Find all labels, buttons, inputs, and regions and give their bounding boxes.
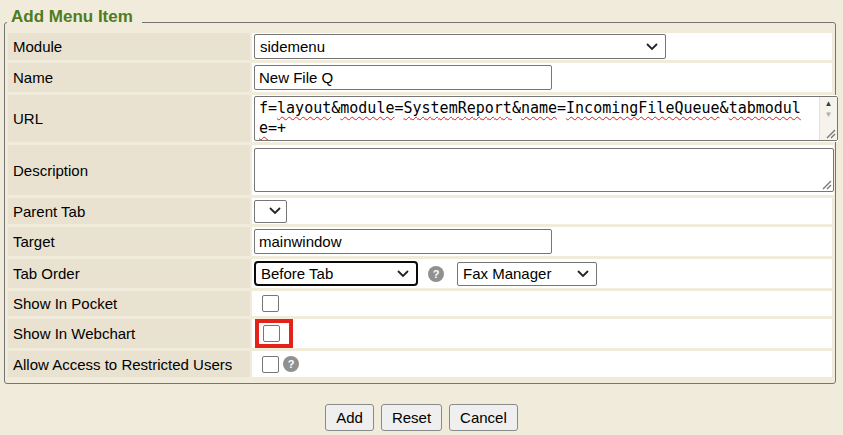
chevron-down-icon (397, 270, 409, 278)
target-input[interactable] (254, 229, 552, 254)
form-row-show-in-webchart: Show In Webchart (8, 319, 832, 348)
form-row-allow-access: Allow Access to Restricted Users ? (8, 351, 832, 377)
url-label: URL (8, 95, 250, 142)
name-label: Name (8, 63, 250, 92)
description-label: Description (8, 145, 250, 195)
resize-grip-icon[interactable] (821, 179, 832, 190)
form-row-show-in-pocket: Show In Pocket (8, 291, 832, 316)
url-input-text: f=layout&module=SystemReport&name=Incomi… (259, 98, 807, 138)
help-icon[interactable]: ? (283, 356, 299, 372)
help-icon[interactable]: ? (428, 266, 444, 282)
tab-order-select[interactable]: Before Tab (254, 261, 418, 286)
form-actions: Add Reset Cancel (0, 404, 843, 431)
name-input[interactable] (254, 65, 552, 90)
form-row-name: Name (8, 63, 832, 92)
show-in-webchart-checkbox[interactable] (263, 325, 280, 342)
show-in-webchart-label: Show In Webchart (8, 319, 250, 348)
add-menu-item-form: Add Menu Item Module sidemenu Name URL f… (4, 22, 836, 384)
module-select-value: sidemenu (260, 38, 325, 55)
cancel-button[interactable]: Cancel (449, 404, 518, 431)
tab-order-reference-select[interactable]: Fax Manager (457, 262, 597, 286)
module-select[interactable]: sidemenu (254, 34, 666, 59)
form-row-description: Description (8, 145, 832, 195)
description-input[interactable] (254, 148, 834, 192)
url-input[interactable]: f=layout&module=SystemReport&name=Incomi… (254, 96, 838, 141)
form-rows: Module sidemenu Name URL f=layout&module… (8, 33, 832, 377)
add-button[interactable]: Add (325, 404, 374, 431)
show-in-pocket-label: Show In Pocket (8, 291, 250, 316)
tab-order-label: Tab Order (8, 259, 250, 288)
allow-access-checkbox[interactable] (262, 356, 279, 373)
parent-tab-label: Parent Tab (8, 198, 250, 224)
form-title: Add Menu Item (7, 6, 142, 28)
scroll-up-icon[interactable]: ▲ (820, 98, 837, 109)
tab-order-reference-value: Fax Manager (463, 265, 551, 282)
chevron-down-icon (646, 43, 658, 51)
annotation-highlight-box (255, 319, 293, 348)
allow-access-label: Allow Access to Restricted Users (8, 351, 250, 377)
scroll-down-icon[interactable]: ▼ (820, 109, 837, 120)
tab-order-select-value: Before Tab (261, 265, 333, 282)
form-row-module: Module sidemenu (8, 33, 832, 60)
chevron-down-icon (577, 270, 589, 278)
parent-tab-select[interactable] (254, 200, 287, 223)
reset-button[interactable]: Reset (381, 404, 442, 431)
resize-grip-icon[interactable] (825, 128, 836, 139)
form-row-parent-tab: Parent Tab (8, 198, 832, 224)
form-row-url: URL f=layout&module=SystemReport&name=In… (8, 95, 832, 142)
target-label: Target (8, 227, 250, 256)
form-row-target: Target (8, 227, 832, 256)
form-row-tab-order: Tab Order Before Tab ? Fax Manager (8, 259, 832, 288)
show-in-pocket-checkbox[interactable] (262, 295, 279, 312)
module-label: Module (8, 33, 250, 60)
chevron-down-icon (269, 207, 281, 215)
